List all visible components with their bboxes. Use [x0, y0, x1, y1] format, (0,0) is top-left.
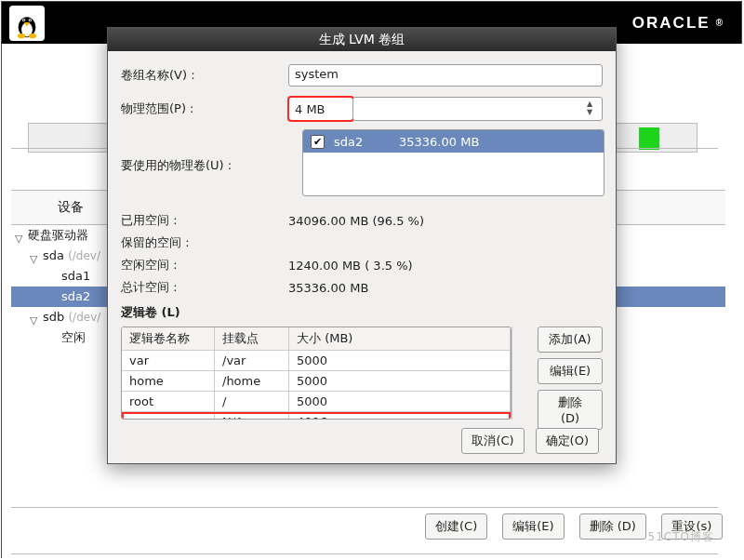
lv-table[interactable]: 逻辑卷名称 挂载点 大小 (MB) var /var 5000 home /ho… [121, 327, 512, 420]
lv-row[interactable]: home /home 5000 [122, 371, 511, 392]
dialog-title: 生成 LVM 卷组 [108, 28, 616, 51]
reset-button[interactable]: 重设(s) [661, 513, 723, 540]
ok-button[interactable]: 确定(O) [536, 428, 599, 454]
lv-scrollbar[interactable] [512, 327, 526, 420]
vgname-input[interactable]: system [288, 64, 603, 87]
lv-header-row: 逻辑卷名称 挂载点 大小 (MB) [122, 327, 511, 351]
svg-point-5 [30, 19, 32, 20]
pv-item-sda2[interactable]: ✔ sda2 35336.00 MB [303, 130, 604, 153]
lv-add-button[interactable]: 添加(A) [538, 327, 603, 353]
lv-header-name: 逻辑卷名称 [122, 327, 215, 351]
chevron-down-icon: ▽ [30, 249, 39, 259]
pv-checkbox[interactable]: ✔ [311, 135, 325, 149]
reserved-label: 保留的空间 : [121, 234, 288, 251]
cancel-button[interactable]: 取消(C) [461, 428, 524, 454]
pv-name: sda2 [334, 135, 390, 149]
svg-point-7 [29, 33, 37, 38]
pe-spinner[interactable]: 4 MB [288, 97, 353, 121]
lvm-dialog: 生成 LVM 卷组 卷组名称(V) : system 物理范围(P) : 4 M… [107, 27, 617, 464]
free-label: 空闲空间 : [121, 257, 288, 273]
tux-icon [9, 6, 45, 41]
lv-delete-button[interactable]: 删除 (D) [538, 390, 603, 430]
used-label: 已用空间 : [121, 212, 288, 229]
lv-edit-button[interactable]: 编辑(E) [538, 358, 603, 384]
spinner-arrows-icon[interactable]: ▲▼ [587, 100, 600, 118]
total-label: 总计空间 : [121, 279, 288, 296]
oracle-logo: ORACLE ® [632, 14, 724, 33]
lv-row-swap[interactable]: swap N/A 4096 [122, 412, 511, 420]
pe-label: 物理范围(P) : [121, 100, 288, 117]
create-button[interactable]: 创建(C) [425, 513, 487, 540]
lv-row[interactable]: var /var 5000 [122, 351, 511, 371]
partition-bar-green [639, 127, 659, 150]
device-column-header-label: 设备 [58, 199, 84, 216]
pv-size: 35336.00 MB [399, 135, 479, 149]
lv-header-mount: 挂载点 [215, 327, 289, 351]
lv-header-size: 大小 (MB) [289, 327, 511, 351]
lv-row[interactable]: root / 5000 [122, 392, 511, 412]
vgname-label: 卷组名称(V) : [121, 67, 288, 84]
pv-label: 要使用的物理卷(U) : [121, 129, 288, 174]
total-value: 35336.00 MB [288, 281, 368, 295]
chevron-down-icon: ▽ [30, 311, 39, 320]
edit-button[interactable]: 编辑(E) [502, 513, 564, 540]
svg-point-6 [18, 33, 26, 38]
pe-spinner-ext[interactable] [352, 97, 603, 121]
delete-button[interactable]: 删除 (D) [579, 513, 646, 540]
svg-point-4 [23, 19, 25, 20]
oracle-logo-text: ORACLE [632, 14, 711, 33]
used-value: 34096.00 MB (96.5 %) [288, 214, 424, 228]
pv-list[interactable]: ✔ sda2 35336.00 MB [302, 129, 604, 196]
oracle-logo-reg: ® [716, 18, 724, 28]
lv-section-label: 逻辑卷 (L) [121, 304, 603, 321]
free-value: 1240.00 MB ( 3.5 %) [288, 259, 413, 273]
chevron-down-icon: ▽ [15, 229, 24, 238]
